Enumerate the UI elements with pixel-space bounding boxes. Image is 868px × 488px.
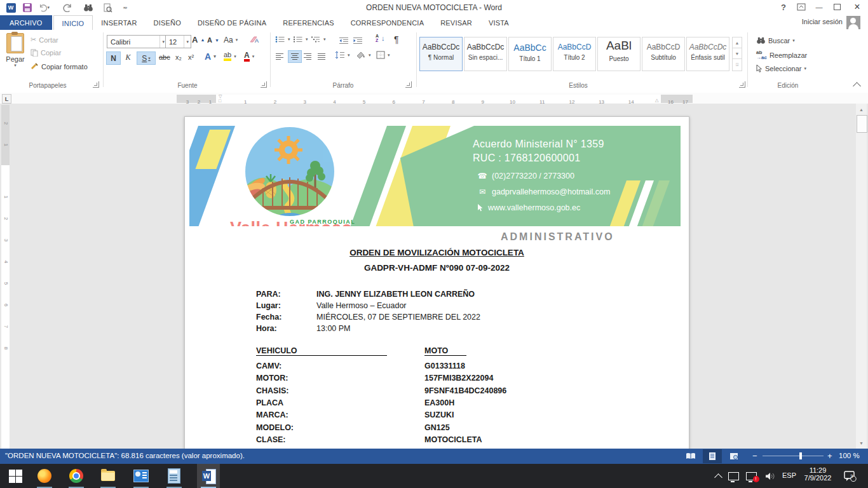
tab-inicio[interactable]: INICIO xyxy=(53,15,93,30)
styles-more-icon[interactable]: ⍗ xyxy=(732,59,742,71)
style-titulo-1[interactable]: AaBbCc Título 1 xyxy=(508,37,552,71)
style-enfasis-sutil[interactable]: AaBbCcDc Énfasis sutil xyxy=(686,37,729,71)
bold-button[interactable]: N xyxy=(106,51,121,65)
highlight-color-button[interactable]: ab▾ xyxy=(224,51,236,61)
strikethrough-button[interactable]: abc xyxy=(159,53,170,61)
notification-icon[interactable]: 3 xyxy=(843,468,858,484)
shading-button[interactable]: ▾ xyxy=(356,51,371,59)
multilevel-list-button[interactable]: ▾ xyxy=(311,36,326,43)
undo-icon[interactable]: ▾ xyxy=(38,3,50,13)
hanging-indent-marker[interactable]: □ xyxy=(219,99,221,103)
scroll-up-icon[interactable]: ▲ xyxy=(857,104,866,114)
paste-button[interactable]: Pegar ▾ xyxy=(3,33,28,68)
vertical-scrollbar[interactable]: ▲ ▼ xyxy=(856,104,867,449)
superscript-button[interactable]: x² xyxy=(188,53,194,61)
scroll-down-icon[interactable]: ▼ xyxy=(857,438,866,448)
align-left-button[interactable] xyxy=(275,51,284,63)
zoom-out-icon[interactable]: − xyxy=(752,451,757,461)
collapse-ribbon-icon[interactable] xyxy=(854,81,862,88)
underline-button[interactable]: S▾ xyxy=(137,51,156,65)
tab-revisar[interactable]: REVISAR xyxy=(432,15,480,30)
vertical-ruler[interactable]: 21 12345678 xyxy=(1,105,10,449)
calculator-icon[interactable] xyxy=(166,468,182,484)
clock[interactable]: 11:29 7/9/2022 xyxy=(802,466,834,482)
tab-vista[interactable]: VISTA xyxy=(480,15,517,30)
align-right-button[interactable] xyxy=(303,51,312,63)
right-indent-marker[interactable]: △ xyxy=(655,98,658,102)
font-size-combo[interactable]: 12▾ xyxy=(165,35,191,48)
minimize-icon[interactable]: — xyxy=(811,1,827,13)
styles-gallery-scroll[interactable]: ▲ ▼ ⍗ xyxy=(732,37,742,71)
tab-diseno-de-pagina[interactable]: DISEÑO DE PÁGINA xyxy=(189,15,275,30)
format-painter-button[interactable]: Copiar formato xyxy=(31,63,88,71)
copy-button[interactable]: Copiar xyxy=(31,49,61,57)
network-icon[interactable] xyxy=(726,468,741,484)
font-color-button[interactable]: A▾ xyxy=(244,51,254,62)
tray-expand-icon[interactable] xyxy=(710,468,726,484)
horizontal-ruler[interactable]: 321 1234567891011121314 1617 ▽ □ △ xyxy=(177,95,693,103)
increase-indent-button[interactable] xyxy=(353,36,363,47)
shrink-font-button[interactable]: A▼ xyxy=(207,36,219,44)
firefox-icon[interactable] xyxy=(37,468,52,484)
app-window-icon[interactable] xyxy=(133,468,149,484)
tab-insertar[interactable]: INSERTAR xyxy=(93,15,145,30)
print-preview-icon[interactable] xyxy=(102,3,113,13)
language-indicator[interactable]: ESP xyxy=(782,471,796,479)
decrease-indent-button[interactable] xyxy=(339,36,349,47)
style-normal[interactable]: AaBbCcDc ¶ Normal xyxy=(419,37,463,71)
subscript-button[interactable]: x₂ xyxy=(175,53,182,61)
justify-button[interactable] xyxy=(317,51,326,63)
scrollbar-thumb[interactable] xyxy=(857,115,867,133)
tab-selector[interactable]: L xyxy=(2,94,11,104)
action-center-icon[interactable]: ! xyxy=(743,468,759,484)
style-puesto[interactable]: AaBl Puesto xyxy=(597,37,641,71)
line-spacing-button[interactable]: ▾ xyxy=(335,51,350,59)
redo-icon[interactable] xyxy=(62,3,74,13)
find-qat-icon[interactable] xyxy=(83,3,94,13)
styles-dialog-launcher[interactable] xyxy=(739,81,745,88)
close-icon[interactable]: × xyxy=(849,1,865,13)
paragraph-dialog-launcher[interactable] xyxy=(405,81,412,88)
document-page[interactable]: Acuerdo Ministerial N° 1359 RUC : 176812… xyxy=(184,116,689,449)
sign-in-link[interactable]: Iniciar sesión xyxy=(802,18,843,25)
word-taskbar-button[interactable]: W xyxy=(197,464,220,488)
align-center-button[interactable] xyxy=(288,50,302,63)
borders-button[interactable]: ▾ xyxy=(376,51,390,59)
read-mode-button[interactable] xyxy=(681,449,700,463)
file-explorer-icon[interactable] xyxy=(100,468,116,484)
volume-icon[interactable] xyxy=(763,468,778,484)
select-button[interactable]: Seleccionar▾ xyxy=(756,65,806,72)
font-name-combo[interactable]: Calibri▾ xyxy=(107,35,167,48)
ribbon-display-options-icon[interactable] xyxy=(793,1,810,13)
clear-formatting-button[interactable]: A xyxy=(249,35,259,47)
styles-scroll-up-icon[interactable]: ▲ xyxy=(732,37,742,48)
numbering-button[interactable]: ▾ xyxy=(293,36,308,43)
tab-correspondencia[interactable]: CORRESPONDENCIA xyxy=(342,15,432,30)
help-icon[interactable]: ? xyxy=(775,1,792,13)
clipboard-dialog-launcher[interactable] xyxy=(93,81,99,88)
text-effects-button[interactable]: A▾ xyxy=(205,51,216,62)
web-layout-button[interactable] xyxy=(724,449,743,463)
customize-qat-icon[interactable]: ≂ xyxy=(119,3,131,13)
sort-button[interactable]: AZ↓ xyxy=(376,34,385,43)
zoom-slider-thumb[interactable] xyxy=(799,452,802,459)
zoom-in-icon[interactable]: + xyxy=(827,451,832,461)
tab-diseno[interactable]: DISEÑO xyxy=(146,15,189,30)
cut-button[interactable]: ✂ Cortar xyxy=(31,36,58,44)
style-titulo-2[interactable]: AaBbCcD Título 2 xyxy=(553,37,596,71)
zoom-level[interactable]: 100 % xyxy=(839,452,860,459)
change-case-button[interactable]: Aa▾ xyxy=(224,36,238,44)
chrome-icon[interactable] xyxy=(69,468,84,484)
replace-button[interactable]: ab→ac Reemplazar xyxy=(756,50,807,60)
bullets-button[interactable]: ▾ xyxy=(275,36,290,43)
styles-scroll-down-icon[interactable]: ▼ xyxy=(732,48,742,59)
style-sin-espacio[interactable]: AaBbCcDc Sin espaci... xyxy=(464,37,507,71)
tab-referencias[interactable]: REFERENCIAS xyxy=(275,15,342,30)
restore-icon[interactable] xyxy=(829,1,845,13)
font-dialog-launcher[interactable] xyxy=(261,81,267,88)
tab-archivo[interactable]: ARCHIVO xyxy=(0,15,52,30)
show-marks-button[interactable]: ¶ xyxy=(394,34,399,44)
avatar[interactable] xyxy=(846,16,860,29)
zoom-slider-track[interactable] xyxy=(763,456,824,456)
start-button[interactable] xyxy=(8,468,23,484)
